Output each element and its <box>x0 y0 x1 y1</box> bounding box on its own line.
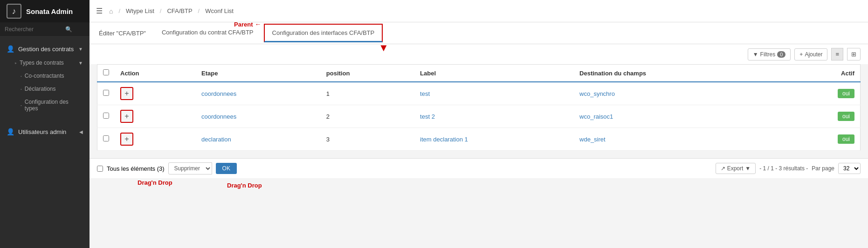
chevron-right-icon: ▼ <box>78 60 83 66</box>
row-actif-cell: oui <box>784 82 860 105</box>
per-page-select[interactable]: 32 <box>838 163 861 174</box>
etape-link[interactable]: declaration <box>201 136 231 143</box>
dot-icon: • <box>21 87 22 91</box>
row-destination-cell: wco_synchro <box>574 82 784 105</box>
utilisateurs-label: Utilisateurs admin <box>18 128 66 135</box>
table-body: + coordonnees 1 test wco_synchro <box>97 82 861 151</box>
breadcrumb-sep-1: / <box>160 7 162 14</box>
destination-link[interactable]: wde_siret <box>579 136 606 143</box>
sidebar-group-gestion: 👤 Gestion des contrats ▼ ▸ Types de cont… <box>0 37 90 120</box>
declarations-label: Déclarations <box>25 86 56 92</box>
sidebar-item-types-contrats[interactable]: ▸ Types de contrats ▼ <box>0 56 90 69</box>
destination-link[interactable]: wco_synchro <box>579 90 615 97</box>
topbar: ☰ ⌂ / Wtype List / CFA/BTP / Wconf List <box>90 0 868 22</box>
sidebar-item-declarations[interactable]: • Déclarations <box>0 82 90 95</box>
sidebar-group-utilisateurs-title[interactable]: 👤 Utilisateurs admin ◀ <box>0 124 90 139</box>
all-elements-checkbox[interactable] <box>97 166 103 172</box>
label-link[interactable]: test <box>420 90 430 97</box>
add-button[interactable]: + Ajouter <box>794 48 827 60</box>
row-checkbox-cell <box>97 105 115 128</box>
tab-config-interfaces[interactable]: Configuration des interfaces CFA/BTP <box>264 24 383 42</box>
breadcrumb-wtype-list[interactable]: Wtype List <box>126 7 154 14</box>
types-contrats-section: ▸ Types de contrats ▼ • Co-contractants … <box>0 56 90 115</box>
table-head: Action Etape position Label Destination … <box>97 65 861 82</box>
gestion-label: Gestion des contrats <box>18 46 74 53</box>
actif-badge: oui <box>838 134 854 144</box>
parent-annotation: Parent ← <box>234 22 261 28</box>
data-table: Action Etape position Label Destination … <box>97 64 861 151</box>
row-action-cell: + <box>115 128 196 151</box>
dragndrop-annotation: Drag'n Drop <box>138 179 172 186</box>
drag-handle[interactable]: + <box>120 110 133 123</box>
row-label-cell: test <box>414 82 574 105</box>
ok-button[interactable]: OK <box>216 163 237 174</box>
brand-title: Sonata Admin <box>26 7 73 15</box>
export-button[interactable]: ↗ Export ▼ <box>716 163 756 174</box>
destination-link[interactable]: wco_raisoc1 <box>579 113 613 120</box>
pagination-info: - 1 / 1 - 3 résultats - <box>759 165 808 172</box>
dot-icon: ▸ <box>15 61 17 65</box>
filter-icon: ▼ <box>753 51 758 58</box>
actif-badge: oui <box>838 89 854 98</box>
row-position-cell: 1 <box>321 82 414 105</box>
row-actif-cell: oui <box>784 128 860 151</box>
sidebar-group-gestion-title[interactable]: 👤 Gestion des contrats ▼ <box>0 41 90 56</box>
table-row: + coordonnees 1 test wco_synchro <box>97 82 861 105</box>
row-actif-cell: oui <box>784 105 860 128</box>
per-page-label: Par page <box>812 165 834 172</box>
config-types-label: Configuration des types <box>25 99 83 112</box>
action-select[interactable]: Supprimer <box>168 162 212 174</box>
breadcrumb-sep-0: / <box>118 7 120 14</box>
annotation-arrow: ← <box>255 22 261 28</box>
row-action-cell: + <box>115 105 196 128</box>
breadcrumb-cfa-btp[interactable]: CFA/BTP <box>167 7 192 14</box>
dragndrop-annotation-display: Drag'n Drop <box>227 182 262 189</box>
filter-button[interactable]: ▼ Filtres 0 <box>748 48 791 60</box>
tabs-row: Éditer "CFA/BTP" Configuration du contra… <box>90 22 868 44</box>
sidebar-item-co-contractants[interactable]: • Co-contractants <box>0 69 90 82</box>
menu-icon[interactable]: ☰ <box>96 7 103 15</box>
view-grid-button[interactable]: ⊞ <box>847 48 861 60</box>
search-input[interactable] <box>5 26 65 33</box>
row-position-cell: 3 <box>321 128 414 151</box>
breadcrumb-wconf-list[interactable]: Wconf List <box>205 7 234 14</box>
editor-header: Parent ← Éditer "CFA/BTP" Configuration … <box>90 22 868 44</box>
grid-icon: ⊞ <box>851 51 856 58</box>
filter-label: Filtres <box>760 51 776 58</box>
content-area: Parent ← Éditer "CFA/BTP" Configuration … <box>90 22 868 248</box>
etape-link[interactable]: coordonnees <box>201 90 236 97</box>
sidebar-item-config-types[interactable]: • Configuration des types <box>0 95 90 115</box>
utilisateurs-icon: 👤 <box>7 128 14 135</box>
row-checkbox[interactable] <box>103 135 109 141</box>
label-link[interactable]: test 2 <box>420 113 435 120</box>
etape-link[interactable]: coordonnees <box>201 113 236 120</box>
col-checkbox <box>97 65 115 82</box>
view-list-button[interactable]: ≡ <box>831 48 843 60</box>
dragndrop-annotation-text: Drag'n Drop <box>90 178 868 189</box>
row-checkbox[interactable] <box>103 113 109 119</box>
list-icon: ≡ <box>835 51 839 58</box>
brand: ♪ Sonata Admin <box>0 0 90 22</box>
select-all-checkbox[interactable] <box>103 69 109 75</box>
chevron-down-icon: ▼ <box>78 47 83 52</box>
sidebar-group-utilisateurs: 👤 Utilisateurs admin ◀ <box>0 120 90 144</box>
label-link[interactable]: item declaration 1 <box>420 136 468 143</box>
drag-handle[interactable]: + <box>120 133 133 146</box>
chevron-left-icon: ◀ <box>79 129 83 134</box>
toolbar: ▼ Filtres 0 + Ajouter ≡ ⊞ <box>90 44 868 64</box>
home-icon[interactable]: ⌂ <box>109 7 113 15</box>
table-row: + coordonnees 2 test 2 wco_raisoc1 <box>97 105 861 128</box>
row-action-cell: + <box>115 82 196 105</box>
row-checkbox[interactable] <box>103 90 109 96</box>
sidebar: ♪ Sonata Admin 🔍 👤 Gestion des contrats … <box>0 0 90 248</box>
arrow-down-annotation: ▼ <box>379 42 389 54</box>
drag-handle[interactable]: + <box>120 87 133 100</box>
row-destination-cell: wco_raisoc1 <box>574 105 784 128</box>
export-label: Export <box>727 165 744 172</box>
row-position-cell: 2 <box>321 105 414 128</box>
breadcrumb-sep-2: / <box>198 7 200 14</box>
row-checkbox-cell <box>97 82 115 105</box>
brand-icon: ♪ <box>7 4 21 19</box>
bottom-bar-right: ↗ Export ▼ - 1 / 1 - 3 résultats - Par p… <box>716 163 861 174</box>
types-contrats-label: Types de contrats <box>20 60 64 66</box>
